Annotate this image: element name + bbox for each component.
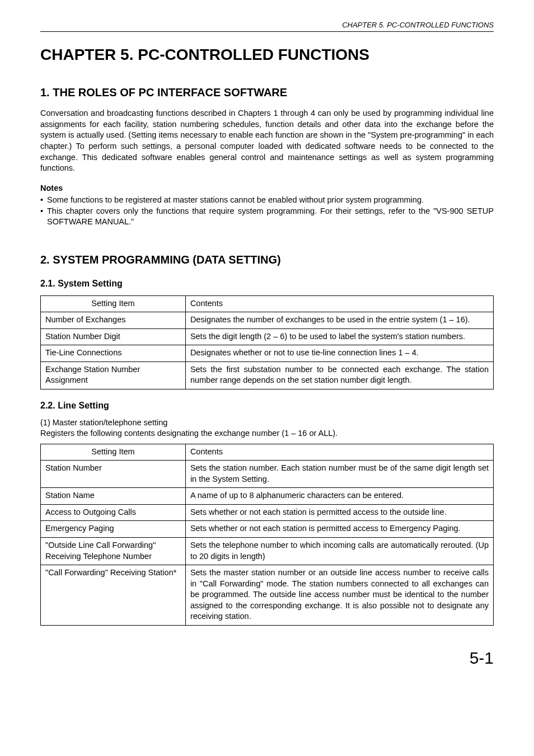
table-cell-item: Tie-Line Connections <box>41 345 186 362</box>
table-cell-item: "Call Forwarding" Receiving Station* <box>41 565 186 626</box>
note-item: Some functions to be registered at maste… <box>40 195 494 206</box>
table-cell-contents: Designates the number of exchanges to be… <box>185 312 493 329</box>
table-row: Station Number Digit Sets the digit leng… <box>41 328 494 345</box>
table-row: Emergency Paging Sets whether or not eac… <box>41 521 494 538</box>
table-cell-contents: Sets the master station number or an out… <box>185 565 493 626</box>
running-header: CHAPTER 5. PC-CONTROLLED FUNCTIONS <box>40 20 494 30</box>
table-cell-contents: Sets the telephone number to which incom… <box>185 538 493 565</box>
table-row: Access to Outgoing Calls Sets whether or… <box>41 504 494 521</box>
section-1-body: Conversation and broadcasting functions … <box>40 108 494 173</box>
table-row: "Call Forwarding" Receiving Station* Set… <box>41 565 494 626</box>
table-row: Station Name A name of up to 8 alphanume… <box>41 488 494 505</box>
table-cell-contents: Sets the station number. Each station nu… <box>185 461 493 488</box>
table-cell-item: "Outside Line Call Forwarding" Receiving… <box>41 538 186 565</box>
notes-label: Notes <box>40 183 494 194</box>
section-2-title: 2. SYSTEM PROGRAMMING (DATA SETTING) <box>40 252 494 267</box>
table-cell-item: Emergency Paging <box>41 521 186 538</box>
table-cell-contents: A name of up to 8 alphanumeric character… <box>185 488 493 505</box>
subsection-22-title: 2.2. Line Setting <box>40 400 494 412</box>
table-row: Number of Exchanges Designates the numbe… <box>41 312 494 329</box>
section-1-title: 1. THE ROLES OF PC INTERFACE SOFTWARE <box>40 85 494 100</box>
table-row: "Outside Line Call Forwarding" Receiving… <box>41 538 494 565</box>
subsection-21-title: 2.1. System Setting <box>40 278 494 290</box>
table-header-row: Setting Item Contents <box>41 444 494 461</box>
table-cell-item: Station Name <box>41 488 186 505</box>
table-cell-contents: Sets the digit length (2 – 6) to be used… <box>185 328 493 345</box>
line-setting-intro-2: Registers the following contents designa… <box>40 428 494 439</box>
table-header-contents: Contents <box>185 295 493 312</box>
table-row: Tie-Line Connections Designates whether … <box>41 345 494 362</box>
notes-list: Some functions to be registered at maste… <box>40 195 494 228</box>
table-header-row: Setting Item Contents <box>41 295 494 312</box>
line-setting-intro-1: (1) Master station/telephone setting <box>40 417 494 429</box>
table-cell-item: Exchange Station Number Assignment <box>41 361 186 389</box>
note-item: This chapter covers only the functions t… <box>40 206 494 228</box>
chapter-title: CHAPTER 5. PC-CONTROLLED FUNCTIONS <box>40 44 494 65</box>
table-cell-item: Number of Exchanges <box>41 312 186 329</box>
table-cell-contents: Sets whether or not each station is perm… <box>185 504 493 521</box>
table-cell-contents: Sets whether or not each station is perm… <box>185 521 493 538</box>
line-setting-table: Setting Item Contents Station Number Set… <box>40 444 494 626</box>
table-cell-item: Station Number <box>41 461 186 488</box>
table-cell-item: Access to Outgoing Calls <box>41 504 186 521</box>
table-header-item: Setting Item <box>41 295 186 312</box>
table-row: Station Number Sets the station number. … <box>41 461 494 488</box>
table-header-item: Setting Item <box>41 444 186 461</box>
table-row: Exchange Station Number Assignment Sets … <box>41 361 494 389</box>
table-cell-item: Station Number Digit <box>41 328 186 345</box>
page-number: 5-1 <box>40 647 494 670</box>
header-rule <box>40 31 494 32</box>
table-cell-contents: Sets the first substation number to be c… <box>185 361 493 389</box>
table-cell-contents: Designates whether or not to use tie-lin… <box>185 345 493 362</box>
table-header-contents: Contents <box>185 444 493 461</box>
system-setting-table: Setting Item Contents Number of Exchange… <box>40 295 494 389</box>
